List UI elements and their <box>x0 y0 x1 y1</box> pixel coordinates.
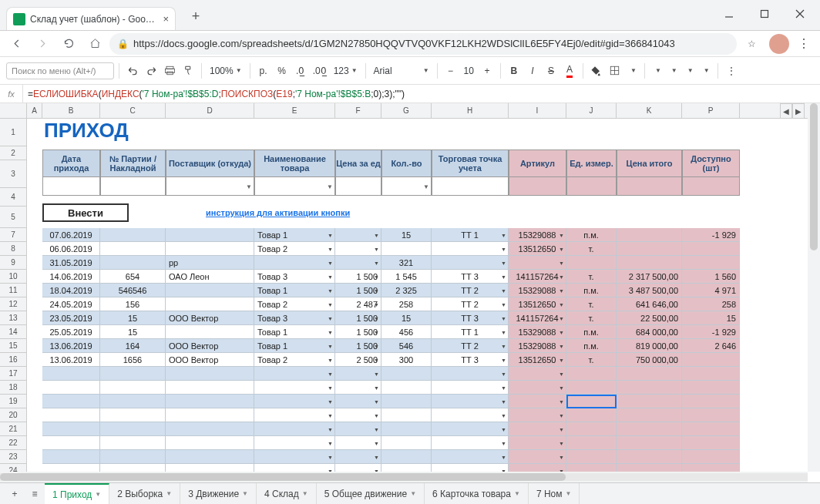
data-cell[interactable] <box>617 422 682 436</box>
data-cell[interactable]: ▼ <box>432 436 509 450</box>
data-cell[interactable] <box>166 242 254 256</box>
data-cell[interactable]: рр <box>166 256 254 270</box>
select-all-corner[interactable] <box>0 103 27 118</box>
data-cell[interactable]: ООО Вектор <box>166 353 254 367</box>
row-header-3[interactable]: 3 <box>0 160 26 188</box>
row-header-14[interactable]: 14 <box>0 325 26 339</box>
strike-button[interactable]: S <box>543 61 560 81</box>
decrease-decimal[interactable]: .0̲ <box>292 61 309 81</box>
data-cell[interactable] <box>100 228 166 242</box>
data-cell[interactable]: ООО Вектор <box>166 339 254 353</box>
data-cell[interactable]: ▼ <box>509 436 566 450</box>
formula-input[interactable]: =ЕСЛИОШИБКА(ИНДЕКС('7 Ном-ра'!$B$5:D;ПОИ… <box>23 89 820 99</box>
data-cell[interactable]: ▼ <box>432 242 509 256</box>
all-sheets-button[interactable]: ≡ <box>25 486 45 502</box>
input-cell[interactable] <box>682 177 740 196</box>
data-cell[interactable]: -1 929 <box>682 228 740 242</box>
data-cell[interactable]: ТТ 2▼ <box>432 339 509 353</box>
data-cell[interactable]: ▼ <box>509 408 566 422</box>
data-cell[interactable] <box>566 422 617 436</box>
row-header-11[interactable]: 11 <box>0 284 26 297</box>
data-cell[interactable] <box>42 450 100 464</box>
font-size-plus[interactable]: + <box>479 61 496 81</box>
data-cell[interactable]: 1 500▼ <box>335 311 381 325</box>
data-cell[interactable]: 31.05.2019 <box>42 256 100 270</box>
data-cell[interactable] <box>166 284 254 297</box>
input-cell[interactable] <box>509 177 566 196</box>
address-bar[interactable]: 🔒 https://docs.google.com/spreadsheets/d… <box>109 33 737 55</box>
data-cell[interactable]: т. <box>566 297 617 311</box>
data-cell[interactable]: 641 646,00 <box>617 297 682 311</box>
nav-home[interactable] <box>83 32 106 55</box>
data-cell[interactable]: ▼ <box>254 367 335 381</box>
data-cell[interactable]: ▼ <box>509 395 566 408</box>
bold-button[interactable]: B <box>506 61 523 81</box>
data-cell[interactable]: т. <box>566 353 617 367</box>
data-cell[interactable] <box>100 242 166 256</box>
data-cell[interactable]: 15 <box>381 311 432 325</box>
data-cell[interactable]: ▼ <box>432 408 509 422</box>
data-cell[interactable]: ▼ <box>335 242 381 256</box>
data-cell[interactable]: ▼ <box>335 450 381 464</box>
data-cell[interactable]: ▼ <box>432 422 509 436</box>
data-cell[interactable] <box>100 450 166 464</box>
data-cell[interactable]: 141157264▼ <box>509 311 566 325</box>
data-cell[interactable] <box>381 395 432 408</box>
nav-reload[interactable] <box>57 32 80 55</box>
data-cell[interactable]: ▼ <box>509 450 566 464</box>
data-cell[interactable]: Товар 1▼ <box>254 339 335 353</box>
undo-button[interactable] <box>124 61 141 81</box>
sheet-tab[interactable]: 6 Карточка товара▼ <box>425 483 529 505</box>
data-cell[interactable] <box>682 381 740 395</box>
data-cell[interactable]: Товар 2▼ <box>254 353 335 367</box>
data-cell[interactable]: 1 545 <box>381 270 432 284</box>
data-cell[interactable]: Товар 1▼ <box>254 325 335 339</box>
data-cell[interactable] <box>682 422 740 436</box>
enter-button[interactable]: Внести <box>42 203 129 222</box>
data-cell[interactable]: 546 <box>381 339 432 353</box>
data-cell[interactable] <box>682 367 740 381</box>
data-cell[interactable]: ▼ <box>509 367 566 381</box>
data-cell[interactable]: 22 500,00 <box>617 311 682 325</box>
data-cell[interactable]: ▼ <box>509 381 566 395</box>
bookmark-star[interactable]: ☆ <box>740 32 763 55</box>
row-header-22[interactable]: 22 <box>0 436 26 450</box>
row-header-21[interactable]: 21 <box>0 422 26 436</box>
data-cell[interactable]: ▼ <box>254 408 335 422</box>
data-cell[interactable]: ▼ <box>432 367 509 381</box>
data-cell[interactable] <box>100 367 166 381</box>
data-cell[interactable] <box>566 381 617 395</box>
format-percent[interactable]: % <box>274 61 291 81</box>
row-header-17[interactable]: 17 <box>0 367 26 381</box>
data-cell[interactable]: 258 <box>682 297 740 311</box>
data-cell[interactable]: п.м. <box>566 284 617 297</box>
data-cell[interactable]: 14.06.2019 <box>42 270 100 284</box>
data-cell[interactable] <box>42 381 100 395</box>
data-cell[interactable]: 750 000,00 <box>617 353 682 367</box>
data-cell[interactable]: ▼ <box>432 381 509 395</box>
data-cell[interactable]: ▼ <box>254 450 335 464</box>
data-cell[interactable] <box>381 408 432 422</box>
format-currency[interactable]: р. <box>255 61 272 81</box>
data-cell[interactable]: ТТ 1▼ <box>432 228 509 242</box>
data-cell[interactable] <box>682 408 740 422</box>
data-cell[interactable] <box>166 297 254 311</box>
data-cell[interactable]: 25.05.2019 <box>42 325 100 339</box>
data-cell[interactable]: ▼ <box>432 450 509 464</box>
data-cell[interactable] <box>617 228 682 242</box>
data-cell[interactable]: 06.06.2019 <box>42 242 100 256</box>
data-cell[interactable]: ▼ <box>335 408 381 422</box>
data-cell[interactable]: Товар 2▼ <box>254 242 335 256</box>
data-cell[interactable]: 23.05.2019 <box>42 311 100 325</box>
text-wrap[interactable]: ▼ <box>682 61 697 81</box>
vertical-scrollbar[interactable] <box>808 103 820 472</box>
data-cell[interactable] <box>617 381 682 395</box>
data-cell[interactable] <box>566 395 617 408</box>
data-cell[interactable]: 13.06.2019 <box>42 339 100 353</box>
window-maximize[interactable] <box>748 3 781 25</box>
format-more[interactable]: 123▼ <box>331 61 361 81</box>
data-cell[interactable]: 2 317 500,00 <box>617 270 682 284</box>
col-header-C[interactable]: C <box>100 103 166 118</box>
data-cell[interactable] <box>166 422 254 436</box>
data-cell[interactable]: 2 325 <box>381 284 432 297</box>
